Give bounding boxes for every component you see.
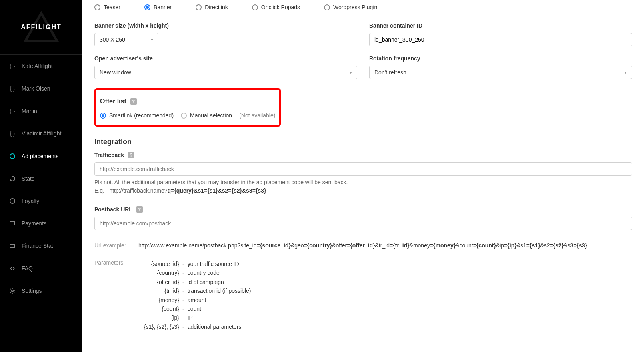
braces-icon: { } <box>9 130 16 137</box>
radio-icon <box>100 113 106 119</box>
ad-type-banner-radio[interactable]: Banner <box>144 4 172 10</box>
svg-rect-2 <box>10 222 15 225</box>
param-key: {source_id} <box>138 259 179 268</box>
banner-container-id-input[interactable] <box>369 33 632 46</box>
logo[interactable]: AFFILIGHT <box>0 0 82 55</box>
param-value: additional parameters <box>188 322 242 331</box>
nav-main: Ad placementsStatsLoyaltyPaymentsFinance… <box>0 145 82 302</box>
finance-stat-icon <box>9 242 16 249</box>
offer-manual-label: Manual selection <box>190 112 232 119</box>
ad-placements-icon <box>9 153 16 160</box>
parameters-label: Parameters: <box>94 259 131 331</box>
integration-title: Integration <box>94 138 632 146</box>
open-advertiser-site-select[interactable]: New window ▾ <box>94 66 357 79</box>
radio-icon <box>324 4 330 10</box>
chevron-down-icon: ▾ <box>151 37 153 42</box>
radio-icon <box>252 4 258 10</box>
postback-input[interactable] <box>94 217 632 230</box>
chevron-down-icon: ▾ <box>350 70 352 75</box>
sidebar-item-label: Settings <box>22 288 42 294</box>
brand-text: AFFILIGHT <box>21 24 62 31</box>
help-icon[interactable]: ? <box>136 206 143 213</box>
param-value: transaction id (if possible) <box>188 286 251 295</box>
open-advertiser-site-label: Open advertiser's site <box>94 55 357 62</box>
sidebar: AFFILIGHT { }Kate Affilight{ }Mark Olsen… <box>0 0 82 352</box>
sidebar-user-label: Vladimir Affilight <box>22 130 61 137</box>
help-icon[interactable]: ? <box>130 98 137 105</box>
parameters-list: {source_id}-your traffic source ID{count… <box>138 259 632 331</box>
sidebar-item-label: Payments <box>22 220 46 227</box>
settings-icon <box>9 287 16 294</box>
braces-icon: { } <box>9 62 16 70</box>
url-example-row: Url example: http://www.example.name/pos… <box>94 241 632 250</box>
trafficback-input[interactable] <box>94 162 632 176</box>
sidebar-item-payments[interactable]: Payments <box>0 212 82 235</box>
param-key: {country} <box>138 268 179 277</box>
param-key: {count} <box>138 304 179 313</box>
url-example-value: http://www.example.name/postback.php?sit… <box>138 241 632 250</box>
banner-container-id-label: Banner container ID <box>369 22 632 29</box>
ad-type-teaser-radio[interactable]: Teaser <box>94 4 120 10</box>
param-value: your traffic source ID <box>188 259 239 268</box>
sidebar-item-stats[interactable]: Stats <box>0 167 82 190</box>
param-row: {source_id}-your traffic source ID <box>138 259 632 268</box>
sidebar-item-label: Loyalty <box>22 198 39 204</box>
sidebar-item-finance-stat[interactable]: Finance Stat <box>0 235 82 257</box>
svg-point-0 <box>10 154 15 159</box>
sidebar-item-label: Ad placements <box>22 153 59 159</box>
param-value: id of campaign <box>188 278 224 286</box>
ad-type-label: Banner <box>154 4 172 10</box>
sidebar-user[interactable]: { }Mark Olsen <box>0 77 82 100</box>
sidebar-item-ad-placements[interactable]: Ad placements <box>0 145 82 167</box>
rotation-frequency-label: Rotation frequency <box>369 55 632 62</box>
rotation-frequency-value: Don't refresh <box>374 69 406 76</box>
parameters-row: Parameters: {source_id}-your traffic sou… <box>94 259 632 331</box>
sidebar-item-loyalty[interactable]: Loyalty <box>0 190 82 212</box>
open-advertiser-site-value: New window <box>100 69 131 76</box>
sidebar-user-label: Kate Affilight <box>22 63 53 69</box>
sidebar-user-label: Mark Olsen <box>22 85 50 92</box>
param-row: {ip}-IP <box>138 313 632 322</box>
sidebar-user[interactable]: { }Vladimir Affilight <box>0 122 82 145</box>
svg-point-4 <box>12 290 13 292</box>
rotation-frequency-select[interactable]: Don't refresh ▾ <box>369 66 632 79</box>
param-row: {country}-country code <box>138 268 632 277</box>
payments-icon <box>9 220 16 227</box>
offer-list-title: Offer list ? <box>100 98 275 105</box>
param-key: {offer_id} <box>138 278 179 286</box>
svg-rect-3 <box>10 244 15 247</box>
ad-type-wordpress-radio[interactable]: Wordpress Plugin <box>324 4 377 10</box>
offer-smartlink-radio[interactable]: Smartlink (recommended) <box>100 112 174 119</box>
sidebar-user-label: Martin <box>22 108 37 114</box>
offer-smartlink-label: Smartlink (recommended) <box>109 112 174 119</box>
sidebar-user[interactable]: { }Kate Affilight <box>0 55 82 77</box>
help-icon[interactable]: ? <box>128 152 134 158</box>
param-key: {tr_id} <box>138 286 179 295</box>
ad-type-directlink-radio[interactable]: Directlink <box>196 4 228 10</box>
param-value: IP <box>188 313 193 322</box>
sidebar-item-settings[interactable]: Settings <box>0 280 82 302</box>
sidebar-item-faq[interactable]: FAQ <box>0 257 82 280</box>
banner-size-select[interactable]: 300 X 250 ▾ <box>94 33 158 46</box>
banner-size-value: 300 X 250 <box>100 36 125 43</box>
ad-type-radio-row: TeaserBannerDirectlinkOnclick PopadsWord… <box>94 4 632 10</box>
param-row: {tr_id}-transaction id (if possible) <box>138 286 632 295</box>
url-example-label: Url example: <box>94 241 131 250</box>
stats-icon <box>9 175 16 182</box>
ad-type-onclick-radio[interactable]: Onclick Popads <box>252 4 300 10</box>
postback-label: Postback URL ? <box>94 206 143 213</box>
param-row: {count}-count <box>138 304 632 313</box>
ad-type-label: Wordpress Plugin <box>333 4 377 10</box>
trafficback-hint: Pls not. All the additional parameters t… <box>94 178 632 195</box>
radio-icon <box>181 113 187 119</box>
braces-icon: { } <box>9 85 16 92</box>
param-value: count <box>188 304 201 313</box>
param-value: country code <box>188 268 220 277</box>
sidebar-user[interactable]: { }Martin <box>0 100 82 122</box>
offer-manual-radio: Manual selection <box>181 112 232 119</box>
banner-size-label: Banner size (width x height) <box>94 22 357 29</box>
ad-type-label: Directlink <box>205 4 228 10</box>
ad-type-label: Onclick Popads <box>261 4 300 10</box>
radio-icon <box>196 4 202 10</box>
param-key: {s1}, {s2}, {s3} <box>138 322 179 331</box>
